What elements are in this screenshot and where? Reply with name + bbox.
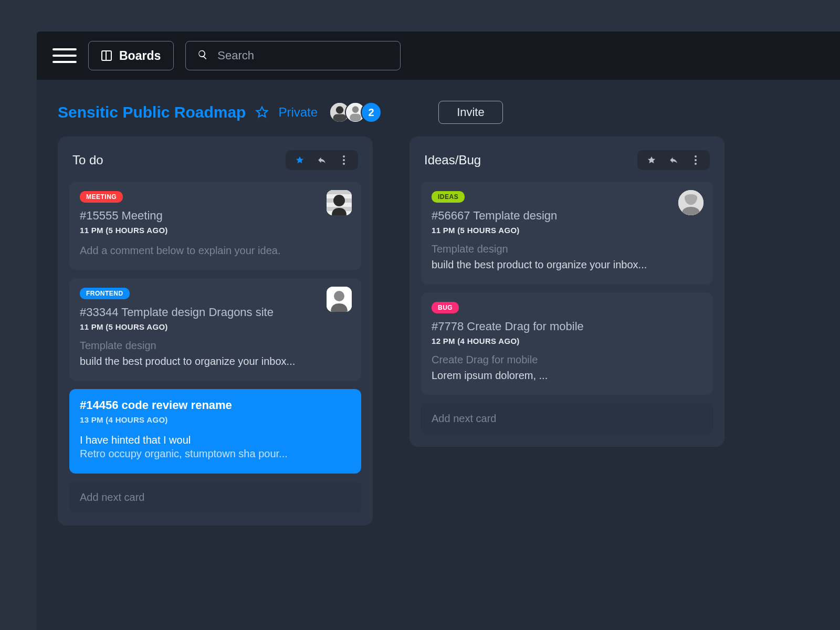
columns-container: To do MEETING #15555 Meeting 11 P [37, 136, 840, 526]
avatar-count[interactable]: 2 [361, 102, 382, 123]
card[interactable]: MEETING #15555 Meeting 11 PM (5 HOURS AG… [69, 182, 361, 270]
card-title: #14456 code review rename [80, 398, 351, 412]
card-avatar[interactable] [327, 190, 352, 215]
card-time: 12 PM (4 HOURS AGO) [432, 337, 702, 345]
board-title: Sensitic Public Roadmap [58, 103, 246, 121]
search-input[interactable] [217, 49, 388, 62]
card-body: build the best product to organize your … [80, 354, 351, 369]
svg-rect-2 [333, 114, 346, 122]
more-icon[interactable] [691, 155, 700, 165]
column-title: To do [72, 153, 103, 167]
card-selected[interactable]: #14456 code review rename 13 PM (4 HOURS… [69, 389, 361, 474]
card-subtitle: Create Drag for mobile [432, 354, 702, 366]
column-header: To do [69, 150, 361, 170]
card[interactable]: FRONTEND #33344 Template design Dragons … [69, 278, 361, 381]
card-tag: BUG [432, 302, 459, 313]
boards-button[interactable]: Boards [88, 41, 174, 70]
card-body: Lorem ipsum dolorem, ... [432, 368, 702, 383]
invite-button[interactable]: Invite [438, 101, 503, 124]
card-body-extra: Retro occupy organic, stumptown sha pour… [80, 448, 351, 460]
card-subtitle: Template design [80, 340, 351, 352]
svg-point-4 [352, 106, 359, 113]
column-actions [637, 150, 710, 170]
card-avatar[interactable] [327, 287, 352, 312]
card-title: #56667 Template design [432, 209, 702, 223]
search-icon [197, 49, 208, 62]
boards-label: Boards [119, 49, 161, 63]
add-card-button[interactable]: Add next card [69, 482, 361, 513]
column-ideas-bug: Ideas/Bug IDEAS #56667 Template design [410, 136, 724, 447]
card[interactable]: IDEAS #56667 Template design 11 PM (5 HO… [421, 182, 713, 284]
topbar: Boards [37, 32, 840, 80]
search-field[interactable] [185, 41, 401, 70]
card-title: #7778 Create Drag for mobile [432, 320, 702, 333]
star-icon[interactable] [295, 155, 304, 165]
card-body: build the best product to organize your … [432, 257, 702, 272]
board-header: Sensitic Public Roadmap Private 2 Invite [37, 80, 840, 136]
column-header: Ideas/Bug [421, 150, 713, 170]
card-subtitle: Template design [432, 243, 702, 255]
svg-point-10 [333, 195, 345, 206]
column-actions [286, 150, 358, 170]
card-body: I have hinted that I woul [80, 433, 351, 448]
svg-rect-7 [327, 190, 352, 194]
svg-point-1 [336, 106, 343, 113]
card-time: 11 PM (5 HOURS AGO) [80, 322, 351, 331]
card-body: Add a comment below to explain your idea… [80, 243, 351, 258]
card[interactable]: BUG #7778 Create Drag for mobile 12 PM (… [421, 292, 713, 395]
card-avatar[interactable] [678, 190, 704, 215]
column-todo: To do MEETING #15555 Meeting 11 P [58, 136, 373, 526]
member-avatars[interactable]: 2 [329, 102, 382, 123]
privacy-label[interactable]: Private [278, 105, 318, 120]
menu-icon[interactable] [52, 48, 77, 63]
svg-rect-5 [350, 114, 361, 121]
card-time: 13 PM (4 HOURS AGO) [80, 415, 351, 424]
card-tag: IDEAS [432, 191, 465, 203]
card-tag: MEETING [80, 191, 123, 203]
star-icon[interactable] [647, 155, 656, 165]
card-title: #33344 Template design Dragons site [80, 306, 351, 319]
card-title: #15555 Meeting [80, 209, 351, 223]
reply-icon[interactable] [669, 155, 678, 165]
reply-icon[interactable] [317, 155, 327, 165]
card-tag: FRONTEND [80, 288, 130, 299]
star-icon[interactable] [255, 106, 269, 119]
app-frame: Boards Sensitic Public Roadmap Private 2… [37, 32, 840, 630]
card-time: 11 PM (5 HOURS AGO) [432, 226, 702, 235]
more-icon[interactable] [339, 155, 349, 165]
board-icon [101, 50, 112, 61]
column-title: Ideas/Bug [424, 153, 481, 167]
add-card-button[interactable]: Add next card [421, 403, 713, 434]
svg-point-12 [334, 291, 344, 301]
card-time: 11 PM (5 HOURS AGO) [80, 226, 351, 235]
